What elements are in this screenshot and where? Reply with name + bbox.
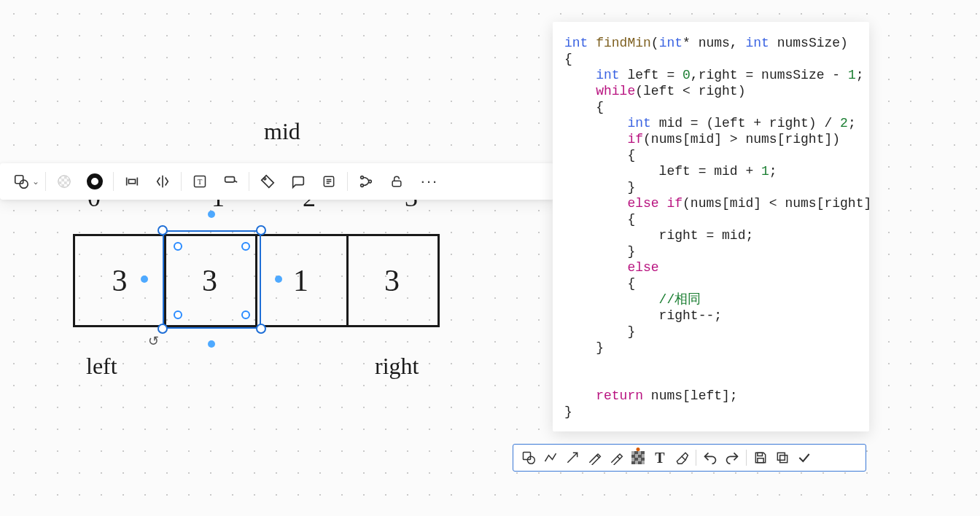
annotation-toolbar: T xyxy=(513,444,866,472)
array-cell-0[interactable]: 3 xyxy=(73,234,166,327)
connections-button[interactable] xyxy=(351,166,381,197)
svg-rect-23 xyxy=(524,453,531,460)
confirm-button[interactable] xyxy=(793,447,815,469)
anchor-sw[interactable] xyxy=(174,310,182,319)
undo-button[interactable] xyxy=(699,447,721,469)
redo-button[interactable] xyxy=(721,447,743,469)
svg-rect-27 xyxy=(777,453,785,460)
polyline-tool-button[interactable] xyxy=(540,447,561,469)
array-cell-3[interactable]: 3 xyxy=(346,234,440,327)
chat-tool-button[interactable] xyxy=(283,166,314,197)
highlighter-tool-button[interactable] xyxy=(605,447,627,469)
anchor-ne[interactable] xyxy=(241,242,250,251)
array-cell-2[interactable]: 1 xyxy=(255,234,349,327)
shape-picker-chevron-icon[interactable]: ⌄ xyxy=(32,176,42,187)
pen-tool-button[interactable] xyxy=(583,447,605,469)
svg-point-5 xyxy=(58,176,71,188)
mirror-tool-button[interactable] xyxy=(147,166,178,197)
arrow-tool-button[interactable] xyxy=(561,447,583,469)
text-tool-button[interactable]: T xyxy=(184,166,215,197)
array-value-0: 3 xyxy=(112,263,128,298)
mosaic-tool-button[interactable] xyxy=(627,447,649,469)
svg-text:T: T xyxy=(198,177,203,186)
svg-rect-25 xyxy=(758,453,763,456)
svg-point-6 xyxy=(89,176,101,187)
svg-rect-0 xyxy=(15,176,23,184)
resize-handle-sw[interactable] xyxy=(158,324,168,334)
svg-point-14 xyxy=(264,178,266,180)
resize-handle-nw[interactable] xyxy=(158,225,168,235)
stroke-color-button[interactable] xyxy=(79,166,110,197)
rect-tool-button[interactable] xyxy=(518,447,540,469)
svg-point-19 xyxy=(361,176,364,179)
svg-point-20 xyxy=(361,184,364,187)
side-handle-n[interactable] xyxy=(208,211,215,218)
svg-rect-28 xyxy=(780,456,788,463)
array-value-3: 3 xyxy=(384,263,400,298)
side-handle-e[interactable] xyxy=(275,275,282,283)
width-tool-button[interactable] xyxy=(117,166,147,197)
save-button[interactable] xyxy=(750,447,771,469)
label-mid: mid xyxy=(264,118,300,145)
svg-rect-13 xyxy=(225,177,235,182)
array-value-2: 1 xyxy=(293,263,308,298)
mosaic-icon xyxy=(631,451,645,464)
rotate-handle-icon[interactable]: ↺ xyxy=(148,333,159,349)
svg-point-1 xyxy=(20,180,28,188)
shape-toolbar: ⌄ T ··· xyxy=(0,163,554,200)
svg-rect-26 xyxy=(758,458,763,463)
copy-button[interactable] xyxy=(771,447,793,469)
side-handle-s[interactable] xyxy=(208,340,215,348)
label-left: left xyxy=(86,353,117,380)
code-block: int findMin(int* nums, int numsSize) { i… xyxy=(564,35,858,420)
tag-tool-button[interactable] xyxy=(252,166,283,197)
transparent-fill-button[interactable] xyxy=(49,166,79,197)
note-tool-button[interactable] xyxy=(314,166,344,197)
resize-handle-ne[interactable] xyxy=(256,225,266,235)
anchor-nw[interactable] xyxy=(174,242,182,251)
eraser-tool-button[interactable] xyxy=(671,447,693,469)
more-icon: ··· xyxy=(416,172,438,191)
unlock-button[interactable] xyxy=(381,166,412,197)
svg-point-24 xyxy=(527,456,534,464)
svg-rect-22 xyxy=(392,181,401,187)
flag-tool-button[interactable] xyxy=(215,166,246,197)
svg-rect-9 xyxy=(128,179,135,184)
text-annotation-button[interactable]: T xyxy=(649,447,671,469)
anchor-se[interactable] xyxy=(241,310,250,319)
more-button[interactable]: ··· xyxy=(412,166,443,197)
code-panel[interactable]: int findMin(int* nums, int numsSize) { i… xyxy=(553,22,869,431)
side-handle-w[interactable] xyxy=(141,275,148,283)
label-right: right xyxy=(375,353,419,380)
resize-handle-se[interactable] xyxy=(256,324,266,334)
